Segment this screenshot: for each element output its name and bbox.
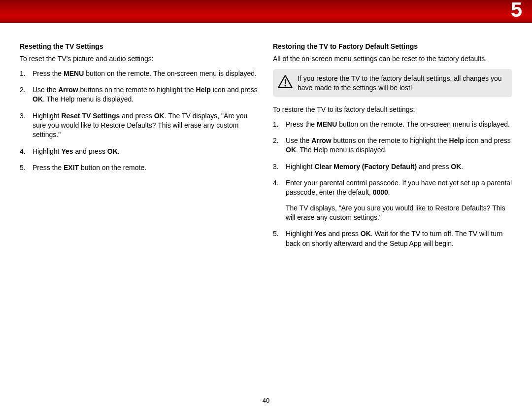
right-steps: Press the MENU button on the remote. The…	[273, 120, 512, 248]
left-step-5: Press the EXIT button on the remote.	[20, 163, 259, 172]
right-step-5: Highlight Yes and press OK. Wait for the…	[273, 229, 512, 248]
left-step-2: Use the Arrow buttons on the remote to h…	[20, 85, 259, 104]
left-heading: Resetting the TV Settings	[20, 42, 259, 51]
right-step-3: Highlight Clear Memory (Factory Default)…	[273, 162, 512, 171]
page-content: Resetting the TV Settings To reset the T…	[0, 23, 532, 260]
left-step-3: Highlight Reset TV Settings and press OK…	[20, 111, 259, 140]
right-lead: To restore the TV to its factory default…	[273, 105, 512, 114]
right-step-4-sub: The TV displays, "Are you sure you would…	[286, 204, 512, 223]
right-heading: Restoring the TV to Factory Default Sett…	[273, 42, 512, 51]
page-number: 40	[0, 397, 532, 404]
left-column: Resetting the TV Settings To reset the T…	[20, 42, 259, 255]
header-band: 5	[0, 0, 532, 23]
right-step-4: Enter your parental control passcode. If…	[273, 178, 512, 222]
left-step-1: Press the MENU button on the remote. The…	[20, 69, 259, 78]
left-step-4: Highlight Yes and press OK.	[20, 147, 259, 156]
left-steps: Press the MENU button on the remote. The…	[20, 69, 259, 173]
chapter-number: 5	[511, 0, 522, 22]
warning-text: If you restore the TV to the factory def…	[298, 74, 505, 93]
warning-box: If you restore the TV to the factory def…	[273, 69, 512, 98]
right-intro: All of the on-screen menu settings can b…	[273, 54, 512, 64]
warning-icon	[278, 75, 293, 91]
left-intro: To reset the TV's picture and audio sett…	[20, 54, 259, 64]
svg-point-2	[285, 85, 286, 86]
right-column: Restoring the TV to Factory Default Sett…	[273, 42, 512, 255]
right-step-2: Use the Arrow buttons on the remote to h…	[273, 136, 512, 155]
right-step-1: Press the MENU button on the remote. The…	[273, 120, 512, 129]
